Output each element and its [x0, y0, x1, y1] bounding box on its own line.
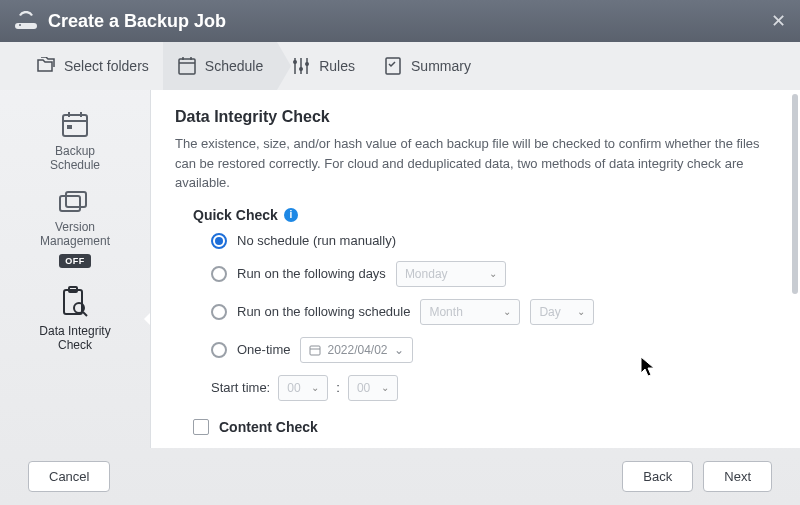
- svg-rect-16: [60, 196, 80, 211]
- day-select[interactable]: Monday⌄: [396, 261, 506, 287]
- versions-icon: [58, 190, 92, 214]
- svg-point-8: [299, 67, 303, 71]
- sidenav-label: Backup Schedule: [50, 144, 100, 172]
- radio-days[interactable]: [211, 266, 227, 282]
- content-check-checkbox[interactable]: [193, 419, 209, 435]
- scrollbar[interactable]: [792, 94, 798, 294]
- sidenav-backup-schedule[interactable]: Backup Schedule: [6, 110, 144, 172]
- folders-icon: [36, 57, 56, 75]
- backup-app-icon: [14, 11, 38, 31]
- radio-schedule[interactable]: [211, 304, 227, 320]
- radio-schedule-row[interactable]: Run on the following schedule Month⌄ Day…: [211, 299, 778, 325]
- sidenav-data-integrity[interactable]: Data Integrity Check: [6, 286, 144, 352]
- radio-label: Run on the following days: [237, 266, 386, 281]
- radio-label: Run on the following schedule: [237, 304, 410, 319]
- sidenav-label: Version Management: [40, 220, 110, 248]
- calendar-icon: [60, 110, 90, 138]
- onetime-date-picker[interactable]: 2022/04/02 ⌄: [300, 337, 412, 363]
- radio-label: One-time: [237, 342, 290, 357]
- step-label: Schedule: [205, 58, 263, 74]
- back-button[interactable]: Back: [622, 461, 693, 492]
- start-time-row: Start time: 00⌄ : 00⌄: [211, 375, 778, 401]
- svg-rect-10: [386, 58, 400, 74]
- window-title: Create a Backup Job: [48, 11, 226, 32]
- step-bar: Select folders Schedule Rules Summary: [0, 42, 800, 90]
- day-of-month-select[interactable]: Day⌄: [530, 299, 594, 325]
- hour-select[interactable]: 00⌄: [278, 375, 328, 401]
- sliders-icon: [291, 56, 311, 76]
- panel-description: The existence, size, and/or hash value o…: [175, 134, 778, 193]
- step-label: Summary: [411, 58, 471, 74]
- cancel-button[interactable]: Cancel: [28, 461, 110, 492]
- step-schedule[interactable]: Schedule: [163, 42, 277, 90]
- svg-rect-22: [310, 346, 320, 355]
- minute-select[interactable]: 00⌄: [348, 375, 398, 401]
- summary-icon: [383, 56, 403, 76]
- chevron-down-icon: ⌄: [489, 268, 497, 279]
- radio-no-schedule-row[interactable]: No schedule (run manually): [211, 233, 778, 249]
- footer: Cancel Back Next: [0, 448, 800, 505]
- chevron-down-icon: ⌄: [381, 382, 389, 393]
- content-check-row[interactable]: Content Check: [193, 419, 778, 435]
- start-time-label: Start time:: [211, 380, 270, 395]
- radio-onetime[interactable]: [211, 342, 227, 358]
- clipboard-search-icon: [60, 286, 90, 318]
- radio-label: No schedule (run manually): [237, 233, 396, 248]
- step-label: Select folders: [64, 58, 149, 74]
- svg-rect-15: [67, 125, 72, 129]
- next-button[interactable]: Next: [703, 461, 772, 492]
- calendar-icon: [177, 56, 197, 76]
- step-label: Rules: [319, 58, 355, 74]
- radio-no-schedule[interactable]: [211, 233, 227, 249]
- step-summary[interactable]: Summary: [369, 42, 485, 90]
- close-icon[interactable]: ✕: [771, 10, 786, 32]
- body: Backup Schedule Version Management OFF D…: [0, 90, 800, 448]
- side-nav: Backup Schedule Version Management OFF D…: [0, 90, 150, 448]
- step-select-folders[interactable]: Select folders: [22, 42, 163, 90]
- titlebar: Create a Backup Job ✕: [0, 0, 800, 42]
- chevron-down-icon: ⌄: [394, 343, 404, 357]
- svg-rect-0: [179, 59, 195, 74]
- svg-rect-17: [66, 192, 86, 207]
- svg-rect-18: [64, 290, 82, 314]
- chevron-down-icon: ⌄: [311, 382, 319, 393]
- month-select[interactable]: Month⌄: [420, 299, 520, 325]
- radio-onetime-row[interactable]: One-time 2022/04/02 ⌄: [211, 337, 778, 363]
- calendar-small-icon: [309, 344, 321, 356]
- main-panel: Data Integrity Check The existence, size…: [150, 90, 800, 448]
- step-rules[interactable]: Rules: [277, 42, 369, 90]
- panel-heading: Data Integrity Check: [175, 108, 778, 126]
- svg-rect-11: [63, 115, 87, 136]
- sidenav-label: Data Integrity Check: [39, 324, 110, 352]
- content-check-label: Content Check: [219, 419, 318, 435]
- svg-point-7: [293, 60, 297, 64]
- sidenav-version-management[interactable]: Version Management OFF: [6, 190, 144, 268]
- svg-point-9: [305, 62, 309, 66]
- svg-line-21: [83, 312, 87, 316]
- radio-days-row[interactable]: Run on the following days Monday⌄: [211, 261, 778, 287]
- off-badge: OFF: [59, 254, 91, 268]
- quick-check-heading: Quick Check i: [193, 207, 778, 223]
- chevron-down-icon: ⌄: [503, 306, 511, 317]
- chevron-down-icon: ⌄: [577, 306, 585, 317]
- info-icon[interactable]: i: [284, 208, 298, 222]
